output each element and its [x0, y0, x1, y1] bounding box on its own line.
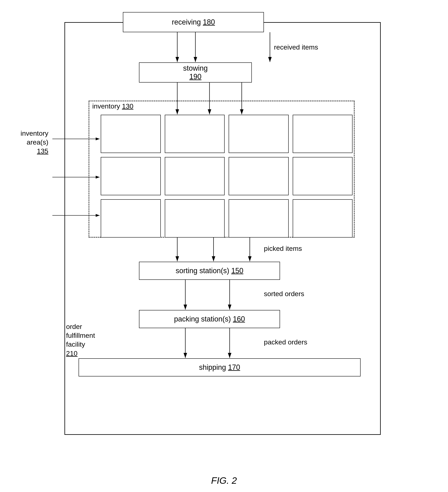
inventory-cell-7 [229, 157, 289, 195]
sorting-box: sorting station(s) 150 [139, 262, 280, 280]
diagram-container: receiving 180 stowing 190 inventory 130 … [52, 12, 395, 455]
inventory-cell-4 [293, 115, 353, 153]
inventory-cell-8 [293, 157, 353, 195]
inventory-cell-3 [229, 115, 289, 153]
packing-number: 160 [233, 315, 245, 323]
facility-number: 210 [66, 349, 78, 357]
picked-items-label: picked items [264, 245, 302, 252]
packing-box: packing station(s) 160 [139, 310, 280, 328]
shipping-number: 170 [228, 363, 240, 371]
inventory-cell-11 [229, 199, 289, 237]
packing-label: packing station(s) 160 [174, 315, 245, 323]
sorted-orders-label: sorted orders [264, 290, 304, 298]
sorting-label: sorting station(s) 150 [176, 266, 243, 275]
inventory-areas-label: inventory area(s)135 [8, 129, 48, 156]
inventory-cell-1 [101, 115, 161, 153]
figure-caption: FIG. 2 [211, 475, 237, 486]
shipping-label: shipping 170 [199, 363, 240, 372]
inventory-cell-12 [293, 199, 353, 237]
stowing-label: stowing [183, 64, 208, 72]
receiving-box: receiving 180 [123, 12, 264, 32]
inventory-number: 130 [122, 102, 133, 110]
inventory-cell-10 [165, 199, 225, 237]
inventory-cell-6 [165, 157, 225, 195]
facility-label: orderfulfillmentfacility210 [66, 322, 95, 358]
packed-orders-label: packed orders [264, 338, 307, 346]
inventory-label: inventory 130 [92, 102, 133, 110]
inventory-cell-5 [101, 157, 161, 195]
inventory-grid [101, 115, 353, 237]
shipping-box: shipping 170 [79, 358, 361, 377]
inventory-cell-2 [165, 115, 225, 153]
inventory-areas-number: 135 [37, 147, 48, 155]
stowing-box: stowing 190 [139, 62, 252, 82]
sorting-number: 150 [231, 266, 243, 275]
stowing-number: 190 [189, 72, 201, 81]
received-items-label: received items [274, 43, 318, 51]
receiving-number: 180 [203, 18, 215, 26]
inventory-cell-9 [101, 199, 161, 237]
receiving-label: receiving 180 [172, 18, 215, 26]
